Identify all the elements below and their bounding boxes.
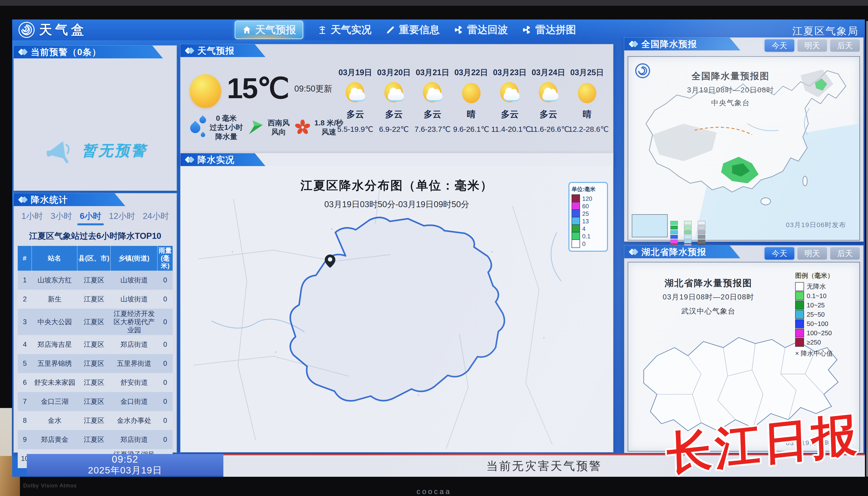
- weather-icon: [383, 82, 406, 105]
- table-title: 江夏区气象站过去6小时降水TOP10: [14, 230, 177, 242]
- top-header-bar: 天气盒 天气预报 天气实况 重要信息: [12, 19, 865, 40]
- current-alerts-panel: 当前预警（0条） 暂无预警: [14, 46, 177, 191]
- forecast-day: 03月22日 晴 9.6-26.1℃: [453, 67, 490, 134]
- tab-radar-echo[interactable]: 雷达回波: [454, 23, 508, 37]
- diamond-icon: [19, 197, 27, 202]
- panel-title: 湖北省降水预报: [641, 246, 706, 258]
- district-map: 江夏区降水分布图（单位：毫米） 03月19日03时50分-03月19日09时50…: [180, 166, 613, 452]
- south-china-sea-inset: [632, 214, 668, 237]
- app-title: 天气盒: [39, 21, 87, 38]
- tab-1h[interactable]: 1小时: [21, 211, 43, 224]
- forecast-day: 03月21日 多云 7.6-23.7℃: [414, 67, 451, 134]
- button-day-after[interactable]: 后天: [830, 247, 860, 260]
- national-issued-time: 03月19日06时发布: [786, 220, 846, 230]
- weather-icon: [460, 82, 483, 105]
- map-legend: 单位:毫米 120 60 25 13 4 0.1 0: [568, 182, 608, 252]
- tab-3h[interactable]: 3小时: [50, 211, 72, 224]
- legend-title: 单位:毫米: [572, 186, 605, 193]
- legend-item: 0: [572, 240, 605, 248]
- hubei-map-period: 03月19日08时—20日08时: [593, 292, 824, 302]
- legend-item: ≥250: [795, 338, 855, 347]
- alert-banner-text: 当前无灾害天气预警: [487, 459, 602, 474]
- day-selector: 今天 明天 后天: [765, 247, 860, 260]
- diamond-icon: [630, 249, 637, 254]
- button-tomorrow[interactable]: 明天: [797, 247, 827, 260]
- legend-item: 100~250: [795, 328, 855, 338]
- wind-direction-group: 西南风 风向: [247, 118, 289, 137]
- current-temperature: 15℃: [227, 73, 289, 104]
- legend-item: 25~50: [795, 310, 855, 319]
- wind-arrow-icon: [247, 118, 265, 137]
- panel-header: 湖北省降水预报: [624, 246, 740, 258]
- button-today[interactable]: 今天: [765, 40, 794, 52]
- dashboard-screen: 天气盒 天气预报 天气实况 重要信息: [12, 19, 865, 477]
- tab-24h[interactable]: 24小时: [143, 211, 169, 224]
- weather-icon: [344, 82, 367, 105]
- table-row: 9郑店黄金江夏区郑店街道0: [18, 430, 173, 449]
- legend-item: 13: [572, 218, 605, 225]
- table-row: 2新生江夏区山坡街道0: [18, 290, 173, 309]
- national-map-title: 全国降水量预报图: [615, 70, 846, 82]
- organization-name: 江夏区气象局: [792, 24, 859, 38]
- weather-icon: [575, 82, 599, 105]
- table-row: 8金水江夏区金水办事处0: [18, 411, 173, 430]
- table-row: 6舒安未来家园江夏区舒安街道0: [18, 373, 173, 392]
- weather-icon: [498, 82, 521, 105]
- precip-label2: 降水量: [210, 132, 243, 141]
- legend-note: × 降水中心值: [795, 349, 855, 358]
- table-row: 1山坡东方红江夏区山坡街道0: [18, 271, 173, 290]
- legend-item: 0.1~10: [795, 291, 855, 300]
- day-selector: 今天 明天 后天: [765, 40, 860, 52]
- legend-item: 25: [572, 210, 605, 218]
- legend-item: 无降水: [795, 282, 855, 291]
- tv-brand-logo: coocaa: [417, 487, 452, 496]
- panel-header: 当前预警（0条）: [14, 46, 163, 58]
- panel-header: 天气预报: [180, 44, 266, 57]
- wind-direction-label: 风向: [268, 127, 289, 137]
- tab-label: 雷达回波: [467, 23, 508, 37]
- weather-icon: [421, 82, 444, 105]
- forecast-day: 03月25日 晴 12.2-28.6℃: [568, 67, 606, 134]
- panel-title: 天气预报: [197, 45, 235, 57]
- sun-icon: [190, 74, 221, 108]
- precip-value: 0 毫米: [210, 114, 243, 123]
- tab-weather-forecast[interactable]: 天气预报: [235, 20, 303, 39]
- update-time: 09:50更新: [295, 83, 332, 94]
- national-map-legend: [670, 221, 705, 248]
- national-precip-panel: 全国降水预报 今天 明天 后天: [624, 37, 863, 242]
- button-today[interactable]: 今天: [765, 247, 794, 260]
- tab-weather-live[interactable]: 天气实况: [317, 23, 372, 37]
- national-map-card: 全国降水量预报图 3月19日08时—20日08时 中央气象台 03月19日06时…: [628, 56, 860, 241]
- legend-item: 120: [572, 195, 605, 203]
- panel-header: 降水统计: [14, 193, 125, 206]
- weather-station-icon: [317, 25, 327, 35]
- no-alert-text: 暂无预警: [82, 141, 147, 166]
- current-weather: 15℃ 09:50更新 0 毫米 过去1小时 降水量: [190, 73, 334, 141]
- diamond-icon: [630, 42, 637, 46]
- col-town: 乡镇(街道): [111, 245, 158, 272]
- tab-12h[interactable]: 12小时: [109, 211, 135, 224]
- location-pin-icon: [325, 254, 335, 268]
- legend-item: 50~100: [795, 319, 855, 328]
- tab-radar-mosaic[interactable]: 雷达拼图: [522, 23, 576, 37]
- table-header-row: # 站名 县(区、市) 乡镇(街道) 雨量(毫米): [18, 246, 173, 271]
- tab-label: 天气预报: [255, 23, 296, 37]
- wind-speed-group: 1.8 米/秒 风速: [294, 118, 343, 137]
- tab-6h[interactable]: 6小时: [80, 211, 101, 224]
- forecast-day: 03月19日 多云 5.5-19.9℃: [337, 67, 374, 134]
- home-icon: [242, 25, 252, 35]
- pencil-alert-icon: [386, 25, 395, 35]
- fan-icon: [294, 118, 312, 137]
- table-row: 4郑店海吉星江夏区郑店街道0: [18, 335, 173, 354]
- tab-important-info[interactable]: 重要信息: [386, 23, 440, 37]
- col-rank: #: [18, 245, 32, 272]
- forecast-day: 03月24日 多云 11.6-26.6℃: [530, 67, 567, 134]
- legend-item: 4: [572, 225, 605, 233]
- button-day-after[interactable]: 后天: [830, 40, 860, 52]
- megaphone-icon: [41, 131, 78, 168]
- legend-item: 10~25: [795, 300, 855, 310]
- wind-direction: 西南风: [268, 118, 289, 127]
- col-station: 站名: [32, 245, 77, 272]
- raindrops-icon: [190, 114, 207, 140]
- button-tomorrow[interactable]: 明天: [797, 40, 827, 52]
